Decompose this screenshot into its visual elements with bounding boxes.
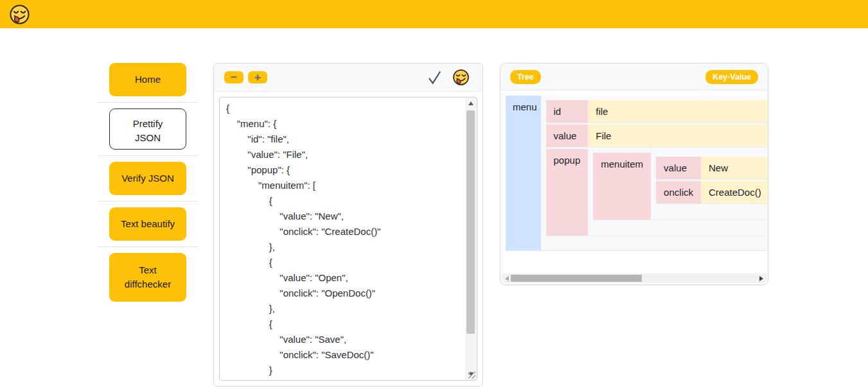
tree-key-id: id: [546, 100, 589, 123]
tree-value-id: file: [588, 100, 768, 123]
textarea-resize-handle[interactable]: [468, 372, 475, 379]
tree-row-value: value File: [546, 125, 768, 148]
vertical-scrollbar-thumb[interactable]: [466, 110, 475, 334]
tree-view: menu id file value File popup: [500, 91, 768, 273]
horizontal-scrollbar[interactable]: [502, 273, 766, 283]
sidebar-item-home[interactable]: Home: [109, 63, 186, 96]
tree-key-value: value: [546, 125, 589, 148]
sidebar-item-text-beautify[interactable]: Text beautify: [109, 207, 186, 241]
face-savoring-food-icon: [452, 69, 470, 86]
tree-key-menuitem-value: value: [656, 157, 701, 180]
tree-key-menu: menu: [506, 96, 541, 251]
tree-key-popup: popup: [546, 149, 589, 236]
sidebar-divider: [98, 155, 198, 156]
tree-row-menuitem-onclick: onclick CreateDoc(): [656, 181, 768, 204]
sidebar-item-verify-json[interactable]: Verify JSON: [109, 162, 186, 195]
sidebar-item-prettify-json[interactable]: Prettify JSON: [109, 108, 186, 150]
editor-toolbar: − +: [214, 64, 483, 92]
sidebar-divider: [98, 201, 198, 202]
scroll-right-icon[interactable]: [756, 273, 766, 283]
app-header: [0, 0, 868, 28]
tree-row-menuitem-value: value New: [656, 157, 768, 180]
tree-menuitem-children: value New onclick CreateDoc(): [651, 153, 768, 220]
tree-root-children: id file value File popup: [541, 96, 768, 251]
tree-view-button[interactable]: Tree: [510, 70, 541, 84]
vertical-scrollbar[interactable]: [465, 98, 476, 379]
zoom-in-button[interactable]: +: [248, 71, 267, 83]
tree-value-menuitem-value: New: [701, 157, 768, 180]
face-savoring-food-icon: [9, 4, 30, 25]
tree-popup-children: menuitem value New: [588, 149, 768, 236]
sidebar-item-text-diffchecker[interactable]: Text diffchecker: [109, 253, 186, 302]
viewer-header: Tree Key-Value: [500, 64, 768, 91]
sidebar: Home Prettify JSON Verify JSON Text beau…: [98, 63, 198, 302]
horizontal-scrollbar-thumb[interactable]: [511, 275, 642, 282]
tree-key-menuitem: menuitem: [593, 153, 651, 220]
tree-value-menuitem-onclick: CreateDoc(): [701, 181, 768, 204]
sidebar-divider: [98, 102, 198, 103]
sidebar-divider: [98, 246, 198, 247]
editor-status-group: [427, 69, 470, 86]
zoom-out-button[interactable]: −: [224, 71, 244, 83]
json-viewer-panel: Tree Key-Value menu id file value File: [500, 63, 768, 285]
tree-key-menuitem-onclick: onclick: [656, 181, 701, 204]
json-input[interactable]: { "menu": { "id": "file", "value": "File…: [219, 97, 477, 381]
json-editor-panel: − + { "menu": { "id": "file", "value": "…: [213, 63, 483, 386]
scroll-up-icon[interactable]: [465, 98, 476, 108]
tree-root-row: menu id file value File popup: [506, 96, 768, 251]
tree-value-value: File: [588, 125, 768, 148]
keyvalue-view-button[interactable]: Key-Value: [705, 70, 758, 84]
valid-check-icon: [427, 70, 442, 85]
app-logo[interactable]: [9, 4, 30, 25]
tree-row-menuitem: menuitem value New: [593, 153, 768, 220]
tree-row-id: id file: [546, 100, 768, 123]
tree-row-popup: popup menuitem value: [546, 149, 768, 236]
json-text[interactable]: { "menu": { "id": "file", "value": "File…: [220, 98, 477, 380]
